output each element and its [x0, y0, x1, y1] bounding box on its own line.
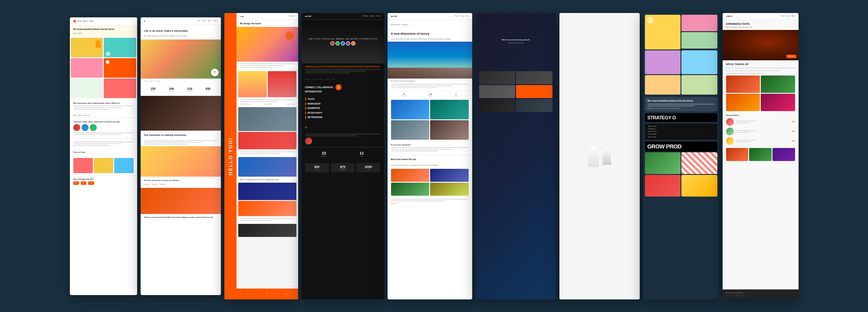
template-card-4[interactable]: ◆ CONF Schedule Speakers Tickets LIMITLE… — [302, 13, 384, 299]
card2-food-image: ⏰ — [141, 39, 221, 79]
template-card-3[interactable]: HELLO YOU! Logo Nav items We design the … — [224, 13, 298, 299]
card4-price1: $45 early — [305, 163, 329, 172]
card4-connect: CONNECT, COLLABORATE, A DIFFERENTIATE — [302, 82, 384, 95]
card5-img-grid — [388, 99, 472, 141]
card9-cta-badge: Order now — [786, 55, 796, 58]
card9-thumb2 — [726, 128, 734, 135]
card5-amenity4 — [430, 183, 469, 196]
card4-challenge-text: TURNING CHALLENGES INTO OPPORTUNITIES, B… — [305, 66, 381, 68]
card3-header: Logo Nav items — [237, 13, 298, 20]
card9-footer-text: Shop up a new blog by day for — [726, 292, 795, 294]
template-card-6[interactable]: Home About Work Blog ≡ Work for yourself… — [476, 13, 556, 299]
card8-bottom4 — [681, 175, 717, 197]
card9-food-img-row — [723, 146, 799, 163]
card9-food4 — [761, 94, 795, 111]
card3-img2 — [268, 71, 296, 97]
template-card-8[interactable]: We create beautiful products that tell s… — [643, 13, 719, 299]
card2-brand-logos: Google · Coca Cola · Netflix — [144, 80, 160, 82]
card9-experience-text: EXPERIENCE TASTE — [723, 20, 799, 26]
card3-img3 — [238, 107, 296, 131]
card4-quote-mark: " — [305, 126, 381, 134]
card5-sub: Lorem ipsum dolor sit amet, consectetur … — [388, 38, 472, 42]
card3-img6 — [238, 183, 296, 200]
card2-nav: Home About Menu Contact — [197, 20, 217, 22]
card1-cta-text: Has it changed your life? — [73, 178, 134, 180]
card5-nav: Rooms Dining Spa — [455, 15, 468, 17]
card4-challenge: TURNING CHALLENGES INTO OPPORTUNITIES, B… — [302, 63, 384, 77]
template-card-9[interactable]: ●TASTE Menu · Reserve · About EXPERIENCE… — [723, 13, 799, 299]
card5-img2 — [430, 100, 469, 119]
card6-hero: Work for yourself, not by yourself Lorem… — [476, 24, 556, 59]
card2-hero-text: Life is an event, make it memorable. — [141, 25, 221, 35]
card3-img7 — [238, 201, 296, 216]
card6-grid3 — [479, 85, 516, 98]
card8-cell7 — [681, 75, 717, 95]
card1-btn3[interactable]: 50 — [88, 181, 94, 185]
card3-arrow-left[interactable]: ← — [285, 292, 289, 296]
template-card-7[interactable]: Education is learning what you didn't ev… — [559, 13, 640, 299]
card2-stats: 150 projects 349 clients 218 awards 650 … — [141, 84, 221, 96]
card8-tagline: Whatever your vision, we have the tools … — [648, 108, 715, 109]
card1-section1: More passionate about helping people mak… — [70, 99, 137, 113]
card9-price3: $32 — [792, 140, 795, 142]
card1-cta: Has it changed your life? 30 70 50 — [70, 175, 137, 187]
card4-hero: LIMITLESS POTENTIAL MEANS UNLIMITED POSS… — [302, 20, 384, 63]
card4-schedule: TALKS WORKSHOP EXHIBITION AFTER PARTY NE… — [302, 95, 384, 123]
card2-tags: Read more Share tips Next steps — [144, 184, 217, 185]
card2-stat1: 150 projects — [151, 87, 156, 92]
card9-thumb3 — [726, 137, 734, 145]
card8-top-grid — [643, 13, 719, 96]
card1-btn2[interactable]: 70 — [81, 181, 86, 185]
card5-header: ◆ LUXE Rooms Dining Spa — [388, 13, 472, 20]
card3-content: Logo Nav items We design the future — [237, 13, 298, 299]
card9-spice-text: SPICE THINGS UP — [723, 60, 799, 67]
card8-bottom2 — [681, 152, 717, 174]
card5-hero-image — [388, 42, 472, 79]
card5-meets-eye: More than meets the eye — [388, 155, 472, 163]
card9-section-title: Featured dishes — [723, 112, 799, 117]
template-card-2[interactable]: ● Home About Menu Contact Life is an eve… — [141, 17, 221, 295]
card8-grow-text: GROW PROD — [645, 141, 717, 151]
card9-price2: $18 — [792, 130, 795, 132]
card1-nav: Home · About · Work — [78, 20, 94, 22]
card2-stat2: 349 clients — [169, 87, 174, 92]
card8-bottom3 — [645, 175, 681, 197]
template-card-5[interactable]: ◆ LUXE Rooms Dining Spa Exceptional · Ex… — [388, 13, 472, 299]
card4-stat1: 23 speakers — [321, 151, 326, 157]
card4-exhibition: EXHIBITION — [305, 107, 381, 110]
card3-hero-image — [237, 27, 298, 62]
card5-read-more[interactable]: Read more → — [391, 203, 469, 204]
card1-image-grid — [70, 37, 137, 99]
card3-img5 — [238, 157, 296, 177]
card4-stats: 23 speakers 11 days — [302, 147, 384, 161]
card1-logos: Google · Netflix — [73, 33, 82, 34]
card5-img4 — [430, 120, 469, 140]
card3-img4 — [238, 132, 296, 149]
card9-item3: $32 — [723, 136, 799, 146]
avatar3 — [341, 41, 345, 46]
card8-create-section: We create beautiful products that tell s… — [645, 97, 717, 112]
card8-strategy-section: STRATEGY O — [643, 112, 719, 123]
card3-arrow-right[interactable]: → — [245, 292, 250, 296]
card1-testimonial — [70, 138, 137, 149]
card9-food2 — [761, 76, 795, 93]
card2-stat4: 650 cups — [206, 87, 211, 92]
card5-logo: ◆ LUXE — [391, 15, 398, 17]
card4-connect-text: CONNECT, COLLABORATE, A — [305, 84, 381, 90]
card4-logo: ◆ CONF — [305, 15, 312, 17]
gallery-container: Home · About · Work We create beautiful … — [0, 0, 868, 312]
card5-footer: Read more → — [388, 197, 472, 206]
card8-better-way: A better wayPurely youDon't do evilLeap … — [645, 124, 717, 140]
card1-img4 — [104, 58, 136, 78]
card7-hero — [559, 20, 640, 52]
card1-tagline: We create beautiful products that tell s… — [73, 28, 134, 31]
card8-cell5 — [681, 50, 717, 74]
template-card-1[interactable]: Home · About · Work We create beautiful … — [70, 17, 137, 295]
card5-hero-text: A new dimension of luxury — [388, 27, 472, 38]
card8-cell2 — [681, 15, 717, 31]
card4-speaker-avatar — [305, 138, 312, 145]
card1-btn[interactable]: 30 — [73, 181, 79, 185]
card4-talks: TALKS — [305, 98, 381, 101]
card1-img1 — [71, 38, 103, 57]
avatar5 — [351, 41, 355, 46]
